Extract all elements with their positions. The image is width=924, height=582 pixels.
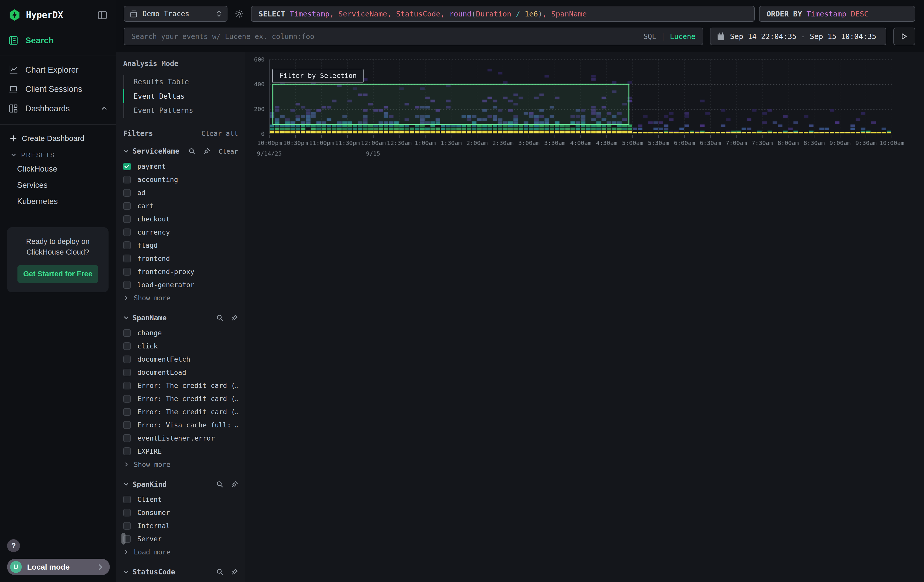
create-dashboard-button[interactable]: Create Dashboard [0, 130, 116, 146]
checkbox[interactable] [123, 215, 131, 223]
search-icon[interactable] [188, 148, 196, 155]
filter-option[interactable]: Error: Visa cache full: … [123, 421, 238, 429]
filter-option[interactable]: frontend [123, 255, 238, 262]
checkbox[interactable] [123, 268, 131, 275]
filter-option[interactable]: frontend-proxy [123, 268, 238, 275]
pin-icon[interactable] [231, 568, 238, 575]
search-icon[interactable] [216, 568, 223, 575]
checkbox[interactable] [123, 163, 131, 170]
checkbox[interactable] [123, 356, 131, 363]
sidebar-item-label: Search [25, 35, 54, 45]
checkbox[interactable] [123, 202, 131, 210]
search-icon[interactable] [216, 481, 223, 488]
analysis-mode-event-deltas[interactable]: Event Deltas [123, 89, 238, 103]
analysis-mode-results-table[interactable]: Results Table [123, 75, 238, 89]
checkbox[interactable] [123, 522, 131, 529]
filter-option[interactable]: cart [123, 202, 238, 210]
checkbox[interactable] [123, 329, 131, 337]
checkbox[interactable] [123, 255, 131, 262]
filter-option[interactable]: flagd [123, 241, 238, 249]
get-started-button[interactable]: Get Started for Free [17, 265, 98, 283]
filter-option[interactable]: ad [123, 189, 238, 196]
chevron-down-icon[interactable] [123, 315, 129, 321]
collapse-sidebar-icon[interactable] [97, 10, 107, 20]
checkbox[interactable] [123, 421, 131, 429]
filter-option[interactable]: change [123, 329, 238, 337]
scrollbar-thumb[interactable] [121, 533, 125, 544]
checkbox[interactable] [123, 189, 131, 196]
filter-option[interactable]: click [123, 342, 238, 350]
chevron-right-icon [97, 564, 104, 570]
checkbox[interactable] [123, 281, 131, 289]
sidebar-item-kubernetes[interactable]: Kubernetes [0, 193, 116, 209]
sql-select-input[interactable]: SELECT Timestamp, ServiceName, StatusCod… [251, 6, 755, 22]
filter-option[interactable]: Client [123, 495, 238, 503]
filter-option[interactable]: Internal [123, 522, 238, 529]
filter-clear-button[interactable]: Clear [219, 148, 238, 155]
filter-option[interactable]: documentFetch [123, 355, 238, 363]
order-by-input[interactable]: ORDER BY Timestamp DESC [759, 6, 915, 22]
date-range-picker[interactable]: Sep 14 22:04:35 - Sep 15 10:04:35 [710, 28, 886, 45]
search-icon[interactable] [216, 314, 223, 322]
filter-option[interactable]: payment [123, 162, 238, 170]
sidebar-item-dashboards[interactable]: Dashboards [0, 99, 116, 119]
help-button[interactable]: ? [7, 539, 20, 552]
filter-option[interactable]: load-generator [123, 281, 238, 289]
local-mode-button[interactable]: U Local mode [7, 559, 110, 575]
filter-option[interactable]: EXPIRE [123, 447, 238, 455]
pin-icon[interactable] [203, 148, 210, 155]
pin-icon[interactable] [231, 481, 238, 488]
source-select[interactable]: Demo Traces [124, 6, 228, 22]
checkbox[interactable] [123, 496, 131, 503]
filter-option[interactable]: Consumer [123, 509, 238, 516]
run-query-button[interactable] [893, 28, 915, 45]
checkbox[interactable] [123, 241, 131, 249]
chevron-down-icon[interactable] [123, 569, 129, 575]
show-more-button[interactable]: Show more [124, 294, 238, 302]
chevron-down-icon[interactable] [123, 148, 129, 154]
show-more-button[interactable]: Show more [124, 460, 238, 468]
checkbox[interactable] [123, 369, 131, 376]
checkbox[interactable] [123, 342, 131, 350]
checkbox[interactable] [123, 447, 131, 455]
search-input[interactable] [131, 32, 638, 41]
filter-option-label: change [137, 329, 162, 337]
checkbox[interactable] [123, 408, 131, 416]
sidebar-item-clickhouse[interactable]: ClickHouse [0, 161, 116, 177]
filter-option[interactable]: Server [123, 535, 238, 543]
filter-option[interactable]: Error: The credit card (… [123, 408, 238, 416]
sql-toggle[interactable]: SQL [644, 32, 656, 41]
sidebar-item-services[interactable]: Services [0, 177, 116, 193]
checkbox[interactable] [123, 229, 131, 236]
checkbox[interactable] [123, 509, 131, 516]
lucene-toggle[interactable]: Lucene [670, 32, 696, 41]
filter-by-selection-button[interactable]: Filter by Selection [272, 69, 364, 83]
filter-option[interactable]: checkout [123, 215, 238, 223]
sidebar-item-chart-explorer[interactable]: Chart Explorer [0, 60, 116, 79]
chevron-down-icon[interactable] [123, 481, 129, 487]
pin-icon[interactable] [231, 314, 238, 322]
source-settings-gear-icon[interactable] [231, 6, 247, 22]
checkbox[interactable] [123, 176, 131, 183]
filter-option[interactable]: eventListener.error [123, 434, 238, 442]
analysis-mode-event-patterns[interactable]: Event Patterns [123, 103, 238, 117]
filter-group-spankind: SpanKindClientConsumerInternalServerLoad… [123, 480, 238, 556]
presets-toggle[interactable]: PRESETS [0, 146, 116, 161]
clear-all-filters-button[interactable]: Clear all [201, 130, 238, 137]
filter-option-label: checkout [137, 215, 170, 223]
checkbox[interactable] [123, 434, 131, 442]
filter-option-label: accounting [137, 176, 178, 183]
show-more-button[interactable]: Load more [124, 548, 238, 556]
filter-option[interactable]: accounting [123, 176, 238, 183]
sidebar-item-search[interactable]: Search [8, 35, 107, 46]
chevron-up-icon [101, 104, 107, 113]
checkbox[interactable] [123, 382, 131, 389]
filter-option[interactable]: currency [123, 228, 238, 236]
sidebar-bottom: ? U Local mode [0, 539, 116, 582]
sidebar-item-client-sessions[interactable]: Client Sessions [0, 79, 116, 99]
filter-option[interactable]: documentLoad [123, 368, 238, 376]
filter-option[interactable]: Error: The credit card (… [123, 382, 238, 389]
filter-option[interactable]: Error: The credit card (… [123, 395, 238, 402]
checkbox[interactable] [123, 395, 131, 402]
filter-option-label: flagd [137, 241, 158, 249]
